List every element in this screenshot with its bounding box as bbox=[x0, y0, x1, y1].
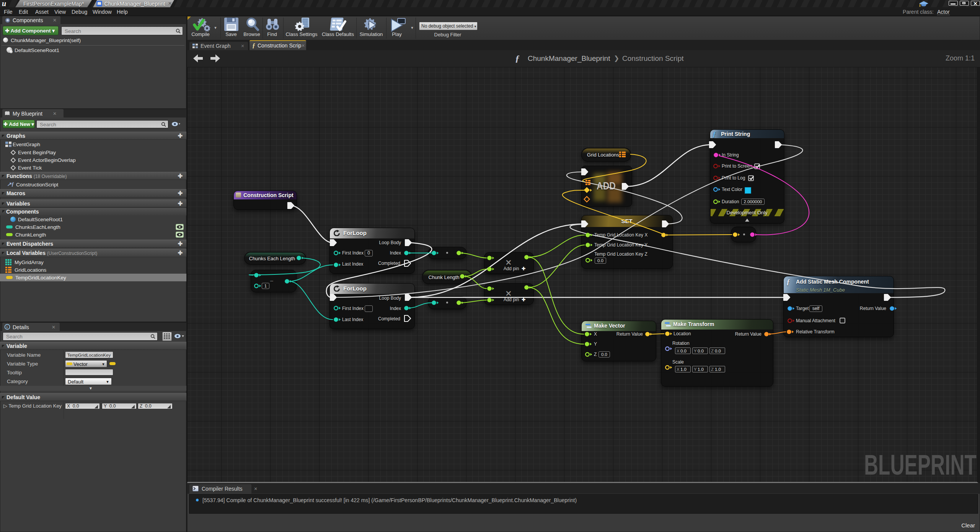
svg-text:u: u bbox=[2, 0, 6, 7]
svg-text:i: i bbox=[7, 325, 8, 329]
